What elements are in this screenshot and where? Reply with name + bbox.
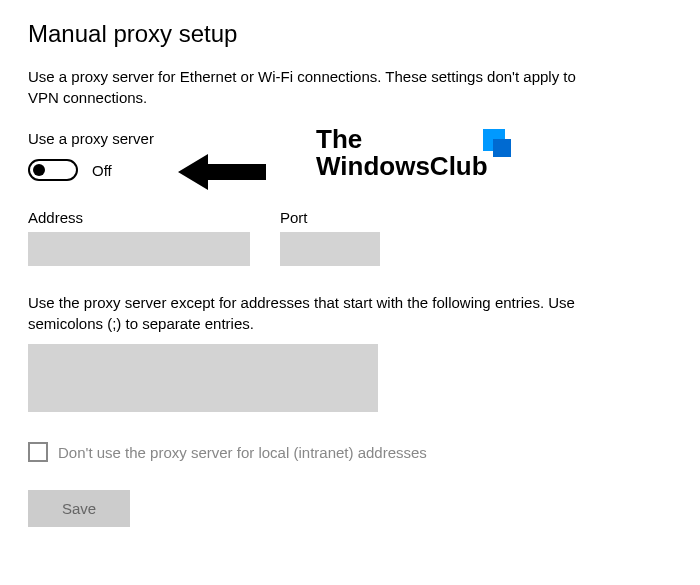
- toggle-knob: [33, 164, 45, 176]
- use-proxy-toggle[interactable]: [28, 159, 78, 181]
- port-label: Port: [280, 209, 380, 226]
- address-label: Address: [28, 209, 250, 226]
- use-proxy-label: Use a proxy server: [28, 130, 672, 147]
- local-bypass-checkbox[interactable]: [28, 442, 48, 462]
- exceptions-input[interactable]: [28, 344, 378, 412]
- exceptions-description: Use the proxy server except for addresse…: [28, 292, 618, 334]
- local-bypass-label: Don't use the proxy server for local (in…: [58, 444, 427, 461]
- port-input[interactable]: [280, 232, 380, 266]
- save-button[interactable]: Save: [28, 490, 130, 527]
- proxy-description: Use a proxy server for Ethernet or Wi-Fi…: [28, 66, 588, 108]
- address-input[interactable]: [28, 232, 250, 266]
- page-title: Manual proxy setup: [28, 20, 672, 48]
- use-proxy-state: Off: [92, 162, 112, 179]
